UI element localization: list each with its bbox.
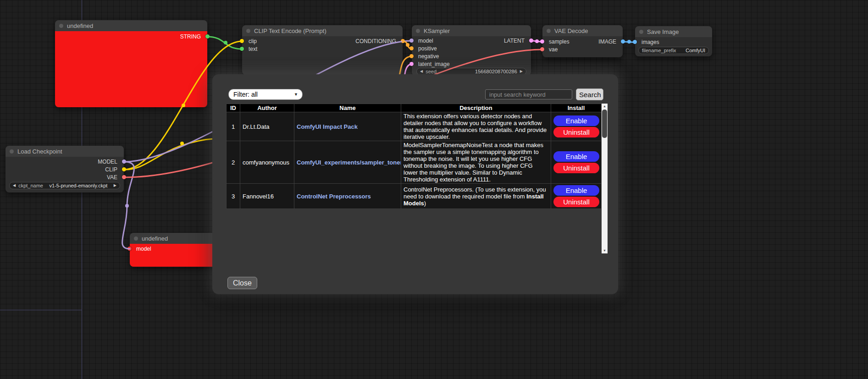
widget-value: v1-5-pruned-emaonly.ckpt [49,183,107,188]
collapse-dot[interactable] [547,29,551,33]
previous-arrow-icon[interactable]: ◀ [13,182,16,189]
input-slot-clip: clip [242,38,257,45]
extension-link[interactable]: ControlNet Preprocessors [297,193,371,200]
uninstall-button[interactable]: Uninstall [553,163,599,173]
filter-select-wrap: Filter: all ▼ [228,89,303,100]
enable-button[interactable]: Enable [553,151,599,162]
cell-author: Dr.Lt.Data [240,112,294,141]
collapse-dot[interactable] [59,24,63,28]
node-title: undefined [67,22,93,29]
node-body: clip text CONDITIONING [242,36,403,75]
node-body: samples vae IMAGE [542,36,623,57]
node-clip-text-encode[interactable]: CLIP Text Encode (Prompt) clip text COND… [242,25,403,75]
node-undefined-string[interactable]: undefined STRING [55,20,207,107]
output-port-vae[interactable] [122,175,126,179]
input-slot-text: text [242,45,257,53]
output-slot-conditioning: CONDITIONING [355,38,403,45]
uninstall-button[interactable]: Uninstall [553,127,599,137]
column-header-install: Install [551,104,602,112]
table-scrollbar[interactable]: ▲ ▼ [602,104,608,253]
slot-label: model [418,38,433,44]
extension-link[interactable]: ComfyUI Impact Pack [297,123,358,130]
extension-link[interactable]: ComfyUI_experiments/sampler_tonemap [297,159,401,166]
output-port-clip[interactable] [122,167,126,171]
node-load-checkpoint[interactable]: Load Checkpoint MODEL CLIP VAE ◀ ckpt_na… [6,146,124,192]
node-header[interactable]: CLIP Text Encode (Prompt) [242,25,403,36]
filter-select[interactable]: Filter: all [228,89,303,100]
node-undefined-model[interactable]: undefined model [130,233,217,267]
node-header[interactable]: undefined [130,233,217,244]
input-port-positive[interactable] [409,46,414,50]
increment-arrow-icon[interactable]: ▶ [520,68,523,75]
node-title: KSampler [424,27,450,34]
collapse-dot[interactable] [639,30,643,34]
extensions-table-container[interactable]: IDAuthorNameDescriptionInstall 1Dr.Lt.Da… [226,104,608,253]
node-title: Save Image [647,28,679,35]
widget-label: seed [426,69,437,74]
link-midpoint-dot [180,142,184,145]
input-port-text[interactable] [240,47,244,51]
input-port-model[interactable] [409,38,414,43]
cell-install: EnableUninstall [551,184,602,209]
node-header[interactable]: KSampler [412,25,531,36]
input-slot-samples: samples [542,38,569,45]
output-port-latent[interactable] [529,38,533,43]
input-port-samples[interactable] [540,39,544,44]
decrement-arrow-icon[interactable]: ◀ [420,68,423,75]
output-slot-image: IMAGE [598,38,623,45]
node-header[interactable]: undefined [55,20,207,31]
filename-prefix-widget[interactable]: filename_prefix ComfyUI [638,47,709,54]
cell-id: 3 [227,184,240,209]
node-ksampler[interactable]: KSampler model positive negative latent_… [412,25,531,76]
input-slot-positive: positive [412,45,437,52]
column-header-description: Description [401,104,551,112]
close-button[interactable]: Close [227,277,257,289]
widget-value: 156680208700286 [475,69,517,74]
collapse-dot[interactable] [10,149,14,154]
slot-label: model [136,246,151,252]
node-body: model positive negative latent_image LAT… [412,36,531,76]
collapse-dot[interactable] [134,236,138,241]
input-port-model[interactable] [127,247,132,251]
cell-install: EnableUninstall [551,141,602,184]
slot-label: CONDITIONING [355,38,396,44]
widget-label: filename_prefix [642,48,676,53]
slot-label: text [249,46,257,52]
node-vae-decode[interactable]: VAE Decode samples vae IMAGE [542,25,623,57]
node-header[interactable]: Load Checkpoint [6,146,124,157]
scroll-up-icon[interactable]: ▲ [602,104,608,109]
ckpt-name-widget[interactable]: ◀ ckpt_name v1-5-pruned-emaonly.ckpt ▶ [9,182,120,189]
cell-author: comfyanonymous [240,141,294,184]
input-port-vae[interactable] [540,47,544,51]
node-title: Load Checkpoint [17,148,62,155]
scroll-down-icon[interactable]: ▼ [602,248,608,253]
input-port-clip[interactable] [240,39,244,43]
input-port-latent-image[interactable] [409,62,414,66]
enable-button[interactable]: Enable [553,115,599,126]
slot-label: positive [418,45,437,52]
cell-name: ComfyUI Impact Pack [294,112,401,141]
node-header[interactable]: VAE Decode [542,25,623,36]
node-save-image[interactable]: Save Image images filename_prefix ComfyU… [635,26,712,56]
search-button[interactable]: Search [576,88,603,100]
slot-label: MODEL [98,159,117,165]
extensions-table: IDAuthorNameDescriptionInstall 1Dr.Lt.Da… [226,104,602,209]
collapse-dot[interactable] [416,29,420,33]
uninstall-button[interactable]: Uninstall [553,197,599,207]
output-port-model[interactable] [122,159,126,164]
input-port-negative[interactable] [409,54,414,58]
output-port-conditioning[interactable] [401,39,405,43]
scrollbar-thumb[interactable] [602,110,607,138]
enable-button[interactable]: Enable [553,185,599,196]
collapse-dot[interactable] [246,29,250,33]
node-header[interactable]: Save Image [635,26,712,37]
output-slot-vae: VAE [107,174,124,181]
column-header-author: Author [240,104,294,112]
node-graph-canvas[interactable]: undefined STRING CLIP Text Encode (Promp… [0,0,868,379]
input-port-images[interactable] [633,40,637,44]
output-port-image[interactable] [621,39,625,44]
next-arrow-icon[interactable]: ▶ [114,182,116,189]
search-input[interactable] [485,89,572,99]
input-slot-model: model [130,245,151,253]
output-port-string[interactable] [205,34,210,38]
